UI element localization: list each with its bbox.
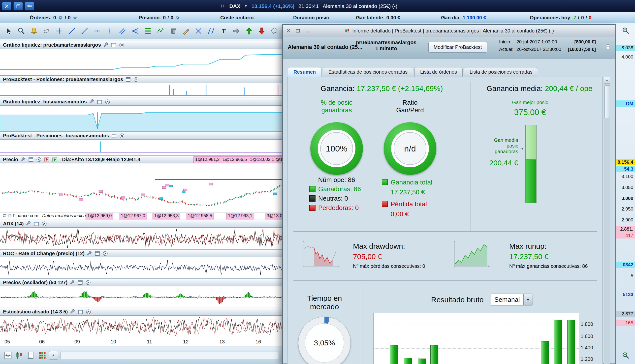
report-icon[interactable] (26, 351, 35, 360)
wrench-icon[interactable] (20, 156, 26, 163)
dialog-maximize-icon[interactable] (294, 27, 302, 34)
window-icon[interactable] (77, 280, 83, 286)
gan-latente-value: 0,00 € (386, 15, 400, 20)
sell-arrow-icon[interactable] (44, 156, 50, 163)
close-icon[interactable] (105, 99, 111, 105)
tab-resumen[interactable]: Resumen (288, 67, 321, 76)
wrench-icon[interactable] (69, 280, 76, 286)
precio-chart[interactable] (0, 164, 282, 212)
dialog-scrollbar[interactable]: ▲ (604, 76, 610, 364)
symbol-dropdown-caret-icon[interactable]: ▼ (244, 4, 248, 8)
wrench-icon[interactable] (25, 221, 32, 227)
horizontal-scrollbar[interactable] (61, 352, 279, 359)
pen-tool-icon[interactable] (180, 25, 192, 37)
symbol-label[interactable]: DAX (229, 3, 240, 9)
scroll-up-button[interactable]: ▲ (604, 77, 610, 84)
hline-tool-icon[interactable] (92, 25, 103, 37)
close-icon[interactable] (102, 250, 108, 257)
text-tool-icon[interactable]: T (218, 25, 229, 37)
channel-tool-icon[interactable] (117, 25, 128, 37)
lasso-tool-icon[interactable] (269, 25, 280, 37)
zoom-in-icon[interactable] (620, 26, 631, 36)
close-icon[interactable] (85, 309, 92, 315)
segment-tool-icon[interactable] (66, 25, 78, 37)
crosshair-tool-icon[interactable] (54, 25, 65, 37)
posiciones-2-chart[interactable] (0, 140, 282, 155)
keyboard-button[interactable] (25, 2, 34, 10)
arrow-down-tool-icon[interactable] (256, 25, 267, 37)
cursor-tool-icon[interactable] (3, 25, 15, 37)
panel-header-oscilador[interactable]: Precios (oscilador) (50 127) (0, 278, 282, 286)
window-icon[interactable] (111, 133, 117, 139)
matrix-icon[interactable] (38, 351, 47, 360)
dialog-close-icon[interactable] (285, 27, 292, 34)
zoom-tool-icon[interactable] (16, 25, 27, 37)
printer-icon[interactable] (604, 43, 612, 50)
panel-header-roc[interactable]: ROC - Rate of Change (precio) (12) (0, 250, 282, 258)
estocastico-chart[interactable] (0, 316, 282, 337)
candles-icon[interactable] (15, 351, 24, 360)
restore-window-button[interactable] (14, 2, 23, 10)
roc-chart[interactable] (0, 258, 282, 278)
panel-header-liquidez-2[interactable]: Gráfico liquidez: buscamasminutos (0, 98, 282, 106)
gear-icon[interactable] (58, 15, 63, 20)
periodo-dropdown[interactable]: Semanal ▼ (491, 294, 533, 306)
vline-tool-icon[interactable] (104, 25, 116, 37)
wrench-icon[interactable] (70, 309, 76, 315)
target-icon[interactable] (4, 351, 13, 360)
liquidez-2-chart[interactable] (0, 106, 282, 132)
liquidez-1-chart[interactable] (0, 49, 282, 75)
scroll-left-button[interactable] (49, 351, 58, 360)
trash-tool-icon[interactable] (167, 25, 179, 37)
gear-icon[interactable] (175, 15, 180, 20)
chevron-down-icon[interactable]: ▼ (523, 294, 532, 305)
panel-header-estocastico[interactable]: Estocástico alisado (14 3 5) (0, 308, 282, 316)
zigzag-tool-icon[interactable] (155, 25, 166, 37)
wrench-icon[interactable] (103, 42, 109, 48)
modificar-probacktest-button[interactable]: Modificar ProBacktest (428, 42, 487, 52)
panel-header-precio[interactable]: Precio Día:+Alto 13.138,9 +Bajo 12.941,4… (0, 156, 282, 164)
adx-chart[interactable] (0, 228, 282, 249)
cross-tool-icon[interactable] (193, 25, 204, 37)
close-window-button[interactable] (2, 2, 12, 10)
gear-icon[interactable] (73, 15, 78, 20)
parallel-tool-icon[interactable] (205, 25, 217, 37)
window-icon[interactable] (94, 250, 101, 257)
wrench-icon[interactable] (86, 250, 93, 257)
close-icon[interactable] (133, 76, 139, 82)
panel-header-adx[interactable]: ADX (14) (0, 220, 282, 228)
window-icon[interactable] (125, 76, 131, 82)
oscilador-chart[interactable] (0, 286, 282, 308)
window-icon[interactable] (97, 99, 103, 105)
buy-arrow-icon[interactable] (52, 156, 58, 163)
dialog-minimize-icon[interactable] (304, 27, 311, 34)
close-icon[interactable] (119, 42, 125, 48)
ray-tool-icon[interactable] (79, 25, 90, 37)
zoom-in-icon[interactable] (620, 350, 631, 361)
eraser-tool-icon[interactable] (41, 25, 52, 37)
tab-lista-de-rdenes[interactable]: Lista de órdenes (414, 67, 463, 76)
arrow-right-tool-icon[interactable] (231, 25, 242, 37)
window-icon[interactable] (111, 42, 117, 48)
panel-header-posiciones-1[interactable]: ProBacktest - Posiciones: pruebamartesma… (0, 76, 282, 83)
window-icon[interactable] (28, 156, 34, 163)
dialog-title-bar[interactable]: Informe detallado | ProBacktest | prueba… (283, 25, 615, 37)
panel-header-posiciones-2[interactable]: ProBacktest - Posiciones: buscamasminuto… (0, 132, 282, 140)
close-icon[interactable] (85, 280, 91, 286)
close-icon[interactable] (36, 156, 42, 163)
close-icon[interactable] (41, 221, 47, 227)
inicio-label: Inicio: (499, 39, 516, 45)
fibonacci-tool-icon[interactable] (142, 25, 154, 37)
posiciones-1-chart[interactable] (0, 83, 282, 97)
scrollbar-thumb[interactable] (604, 85, 610, 118)
panel-header-liquidez-1[interactable]: Gráfico liquidez: pruebamartesmaslargos (0, 41, 282, 49)
wrench-icon[interactable] (89, 99, 95, 105)
alarm-tool-icon[interactable] (28, 25, 40, 37)
tab-lista-de-posiciones-cerradas[interactable]: Lista de posiciones cerradas (464, 67, 538, 76)
tab-estad-sticas-de-posiciones-cerradas[interactable]: Estadísticas de posiciones cerradas (323, 67, 413, 76)
pitchfork-tool-icon[interactable] (130, 25, 141, 37)
window-icon[interactable] (33, 221, 40, 227)
arrow-up-tool-icon[interactable] (243, 25, 255, 37)
window-icon[interactable] (77, 309, 84, 315)
close-icon[interactable] (119, 133, 125, 139)
